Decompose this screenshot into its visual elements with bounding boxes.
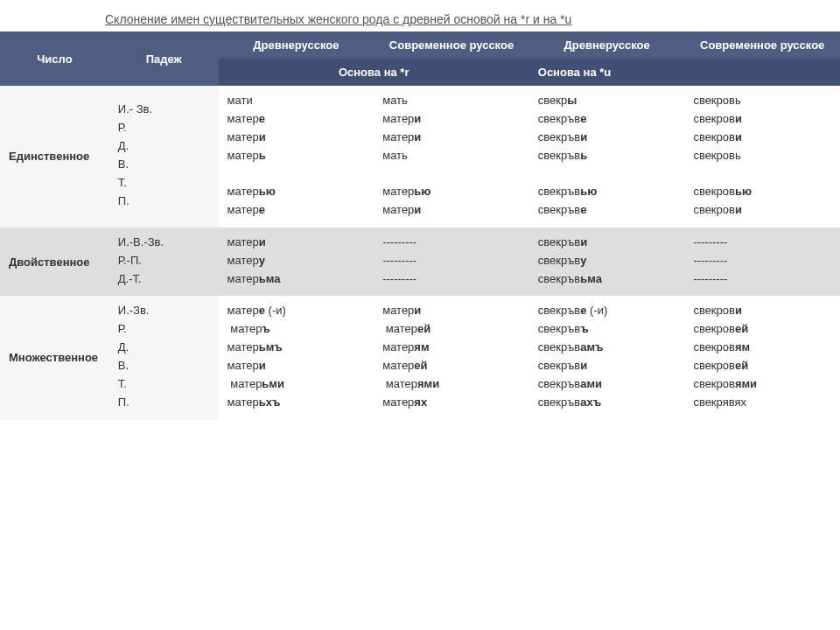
cases-du: И.-В.-Зв.Р.-П.Д.-Т. <box>109 228 219 297</box>
hdr-basis-u: Основа на *u <box>529 59 840 86</box>
table-row: Единственное И.- Зв.Р.Д.В.Т.П. матиматер… <box>0 86 840 228</box>
table-row: Множественное И.-Зв.Р.Д.В.Т.П. матере (-… <box>0 296 840 419</box>
hdr-basis-r: Основа на *r <box>219 59 529 86</box>
page-title: Склонение имен существительных женского … <box>105 12 788 26</box>
cases-sg: И.- Зв.Р.Д.В.Т.П. <box>109 86 219 228</box>
hdr-number: Число <box>0 32 109 86</box>
table-row: Двойственное И.-В.-Зв.Р.-П.Д.-Т. материм… <box>0 228 840 297</box>
cell: матиматерематериматерь матерьюматере <box>219 86 374 228</box>
row-label-du: Двойственное <box>0 228 109 297</box>
row-label-sg: Единственное <box>0 86 109 228</box>
cell: --------------------------- <box>684 228 840 297</box>
hdr-old-u: Древнерусское <box>529 32 685 59</box>
cell: свекровисвекровейсвекровямсвекровейсвекр… <box>684 296 840 419</box>
header-row-1: Число Падеж Древнерусское Современное ру… <box>0 32 840 59</box>
cell: матьматериматеримать матерьюматери <box>374 86 529 228</box>
declension-table: Число Падеж Древнерусское Современное ру… <box>0 32 840 420</box>
cell: свекръвисвекръвусвекръвьма <box>529 228 685 297</box>
cell: матере (-и) матеръматерьмъматери матерьм… <box>219 296 374 419</box>
row-label-pl: Множественное <box>0 296 109 419</box>
cell: матери матерейматерямматерей матерямимат… <box>374 296 529 419</box>
cell: свекръве (-и)свекръвъсвекръвамъсвекръвис… <box>529 296 685 419</box>
hdr-old-r: Древнерусское <box>219 32 374 59</box>
hdr-mod-r: Современное русское <box>374 32 529 59</box>
cell: свекровьсвекровисвекровисвекровь свекров… <box>684 86 840 228</box>
hdr-mod-u: Современное русское <box>684 32 840 59</box>
cell: свекрысвекръвесвекръвисвекръвь свекръвью… <box>529 86 685 228</box>
hdr-case: Падеж <box>109 32 219 86</box>
cell: материматеруматерьма <box>219 228 374 297</box>
cases-pl: И.-Зв.Р.Д.В.Т.П. <box>109 296 219 419</box>
cell: --------------------------- <box>374 228 529 297</box>
